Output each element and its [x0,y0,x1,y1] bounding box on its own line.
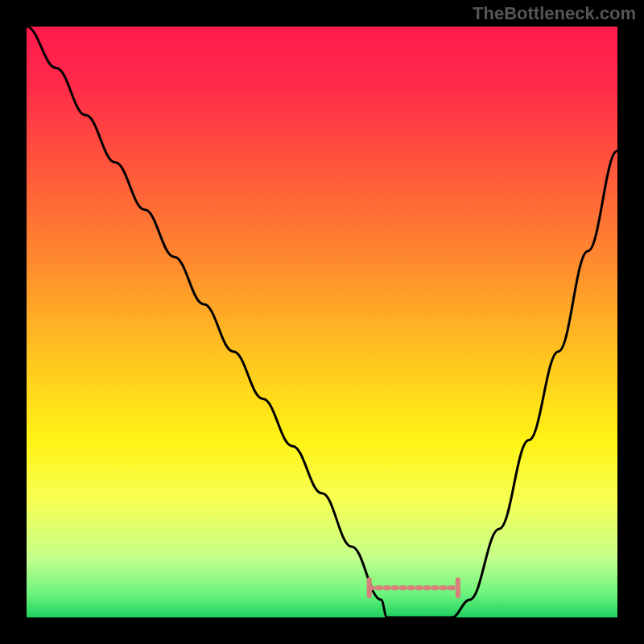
chart-background [27,27,617,617]
watermark-label: TheBottleneck.com [473,3,636,24]
bottleneck-chart [0,0,644,644]
